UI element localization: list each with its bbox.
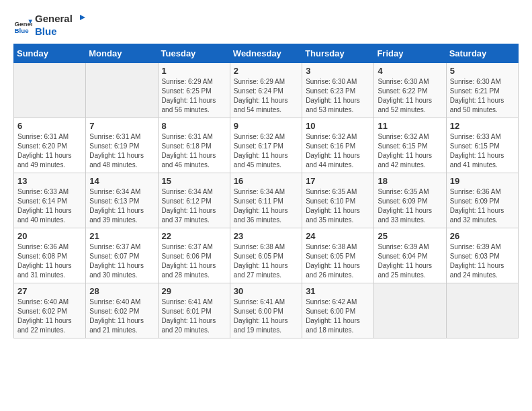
calendar-week-row: 6 Sunrise: 6:31 AM Sunset: 6:20 PM Dayli… [14, 118, 519, 173]
daylight-label: Daylight: 11 hours and 32 minutes. [450, 207, 504, 224]
calendar-day-cell: 7 Sunrise: 6:31 AM Sunset: 6:19 PM Dayli… [86, 118, 158, 173]
sunrise-label: Sunrise: 6:30 AM [306, 78, 357, 85]
calendar-day-cell: 30 Sunrise: 6:41 AM Sunset: 6:00 PM Dayl… [230, 283, 302, 338]
day-number: 24 [306, 231, 370, 241]
daylight-label: Daylight: 11 hours and 40 minutes. [17, 207, 72, 224]
sunset-label: Sunset: 6:10 PM [306, 197, 355, 205]
sunrise-label: Sunrise: 6:31 AM [17, 133, 69, 140]
calendar-day-cell [14, 63, 86, 118]
sunrise-label: Sunrise: 6:32 AM [378, 133, 429, 140]
day-number: 22 [162, 231, 226, 241]
calendar-week-row: 27 Sunrise: 6:40 AM Sunset: 6:02 PM Dayl… [14, 283, 519, 338]
day-number: 6 [17, 121, 82, 131]
sunset-label: Sunset: 6:15 PM [378, 142, 427, 150]
sunset-label: Sunset: 6:02 PM [89, 308, 139, 315]
page-header: General Blue General Blue [13, 13, 519, 37]
day-info: Sunrise: 6:40 AM Sunset: 6:02 PM Dayligh… [17, 298, 82, 335]
calendar-day-cell: 11 Sunrise: 6:32 AM Sunset: 6:15 PM Dayl… [374, 118, 446, 173]
calendar-week-row: 20 Sunrise: 6:36 AM Sunset: 6:08 PM Dayl… [14, 228, 519, 283]
day-of-week-header: Sunday [14, 44, 86, 63]
calendar-day-cell: 14 Sunrise: 6:34 AM Sunset: 6:13 PM Dayl… [86, 173, 158, 228]
day-number: 28 [89, 286, 154, 296]
day-info: Sunrise: 6:30 AM Sunset: 6:21 PM Dayligh… [450, 77, 515, 115]
calendar-day-cell: 3 Sunrise: 6:30 AM Sunset: 6:23 PM Dayli… [302, 63, 374, 118]
sunrise-label: Sunrise: 6:33 AM [17, 188, 69, 195]
day-info: Sunrise: 6:29 AM Sunset: 6:25 PM Dayligh… [162, 77, 226, 115]
sunrise-label: Sunrise: 6:29 AM [162, 78, 213, 85]
daylight-label: Daylight: 11 hours and 27 minutes. [234, 262, 288, 279]
sunrise-label: Sunrise: 6:37 AM [162, 243, 213, 250]
daylight-label: Daylight: 11 hours and 25 minutes. [378, 262, 432, 279]
day-info: Sunrise: 6:31 AM Sunset: 6:20 PM Dayligh… [17, 132, 82, 170]
daylight-label: Daylight: 11 hours and 37 minutes. [162, 207, 216, 224]
calendar-day-cell: 21 Sunrise: 6:37 AM Sunset: 6:07 PM Dayl… [86, 228, 158, 283]
day-number: 7 [89, 121, 154, 131]
calendar-day-cell: 8 Sunrise: 6:31 AM Sunset: 6:18 PM Dayli… [158, 118, 230, 173]
daylight-label: Daylight: 11 hours and 31 minutes. [17, 262, 72, 279]
calendar-day-cell: 23 Sunrise: 6:38 AM Sunset: 6:05 PM Dayl… [230, 228, 302, 283]
calendar-day-cell [374, 283, 446, 338]
sunset-label: Sunset: 6:23 PM [306, 87, 355, 95]
calendar-week-row: 1 Sunrise: 6:29 AM Sunset: 6:25 PM Dayli… [14, 63, 519, 118]
calendar-day-cell: 20 Sunrise: 6:36 AM Sunset: 6:08 PM Dayl… [14, 228, 86, 283]
day-number: 23 [234, 231, 298, 241]
sunset-label: Sunset: 6:25 PM [162, 87, 212, 95]
day-number: 25 [378, 231, 442, 241]
sunrise-label: Sunrise: 6:39 AM [450, 243, 501, 250]
sunrise-label: Sunrise: 6:29 AM [234, 78, 285, 85]
calendar-day-cell: 2 Sunrise: 6:29 AM Sunset: 6:24 PM Dayli… [230, 63, 302, 118]
calendar-table: SundayMondayTuesdayWednesdayThursdayFrid… [13, 44, 519, 338]
sunrise-label: Sunrise: 6:38 AM [306, 243, 357, 250]
day-info: Sunrise: 6:30 AM Sunset: 6:22 PM Dayligh… [378, 77, 442, 115]
daylight-label: Daylight: 11 hours and 45 minutes. [234, 152, 288, 169]
day-number: 1 [162, 66, 226, 76]
calendar-day-cell: 6 Sunrise: 6:31 AM Sunset: 6:20 PM Dayli… [14, 118, 86, 173]
day-number: 21 [89, 231, 154, 241]
sunset-label: Sunset: 6:15 PM [450, 142, 500, 150]
sunrise-label: Sunrise: 6:32 AM [234, 133, 285, 140]
day-number: 18 [378, 176, 442, 186]
sunset-label: Sunset: 6:02 PM [17, 308, 67, 315]
daylight-label: Daylight: 11 hours and 41 minutes. [450, 152, 504, 169]
daylight-label: Daylight: 11 hours and 44 minutes. [306, 152, 360, 169]
calendar-day-cell: 16 Sunrise: 6:34 AM Sunset: 6:11 PM Dayl… [230, 173, 302, 228]
logo-blue: Blue [35, 26, 86, 37]
day-of-week-header: Friday [374, 44, 446, 63]
day-number: 15 [162, 176, 226, 186]
day-number: 19 [450, 176, 515, 186]
day-info: Sunrise: 6:39 AM Sunset: 6:04 PM Dayligh… [378, 242, 442, 280]
logo-icon: General Blue [13, 16, 32, 35]
calendar-day-cell: 25 Sunrise: 6:39 AM Sunset: 6:04 PM Dayl… [374, 228, 446, 283]
sunrise-label: Sunrise: 6:31 AM [89, 133, 140, 140]
sunset-label: Sunset: 6:08 PM [17, 253, 67, 260]
header-row: SundayMondayTuesdayWednesdayThursdayFrid… [14, 44, 519, 63]
day-info: Sunrise: 6:42 AM Sunset: 6:00 PM Dayligh… [306, 298, 370, 335]
daylight-label: Daylight: 11 hours and 28 minutes. [162, 262, 216, 279]
calendar-day-cell: 18 Sunrise: 6:35 AM Sunset: 6:09 PM Dayl… [374, 173, 446, 228]
calendar-day-cell: 10 Sunrise: 6:32 AM Sunset: 6:16 PM Dayl… [302, 118, 374, 173]
day-info: Sunrise: 6:30 AM Sunset: 6:23 PM Dayligh… [306, 77, 370, 115]
day-number: 17 [306, 176, 370, 186]
day-number: 5 [450, 66, 515, 76]
daylight-label: Daylight: 11 hours and 50 minutes. [450, 97, 504, 113]
logo-general: General [35, 13, 73, 24]
daylight-label: Daylight: 11 hours and 21 minutes. [89, 317, 144, 334]
daylight-label: Daylight: 11 hours and 26 minutes. [306, 262, 360, 279]
sunrise-label: Sunrise: 6:35 AM [378, 188, 429, 195]
calendar-day-cell: 1 Sunrise: 6:29 AM Sunset: 6:25 PM Dayli… [158, 63, 230, 118]
sunrise-label: Sunrise: 6:41 AM [234, 298, 285, 306]
daylight-label: Daylight: 11 hours and 46 minutes. [162, 152, 216, 169]
sunset-label: Sunset: 6:03 PM [450, 253, 500, 260]
day-of-week-header: Wednesday [230, 44, 302, 63]
daylight-label: Daylight: 11 hours and 18 minutes. [306, 317, 360, 334]
daylight-label: Daylight: 11 hours and 42 minutes. [378, 152, 432, 169]
calendar-day-cell: 22 Sunrise: 6:37 AM Sunset: 6:06 PM Dayl… [158, 228, 230, 283]
calendar-day-cell: 29 Sunrise: 6:41 AM Sunset: 6:01 PM Dayl… [158, 283, 230, 338]
day-info: Sunrise: 6:33 AM Sunset: 6:15 PM Dayligh… [450, 132, 515, 170]
day-number: 8 [162, 121, 226, 131]
sunset-label: Sunset: 6:09 PM [378, 197, 427, 205]
daylight-label: Daylight: 11 hours and 24 minutes. [450, 262, 504, 279]
day-info: Sunrise: 6:41 AM Sunset: 6:00 PM Dayligh… [234, 298, 298, 335]
calendar-day-cell: 9 Sunrise: 6:32 AM Sunset: 6:17 PM Dayli… [230, 118, 302, 173]
sunset-label: Sunset: 6:07 PM [89, 253, 139, 260]
